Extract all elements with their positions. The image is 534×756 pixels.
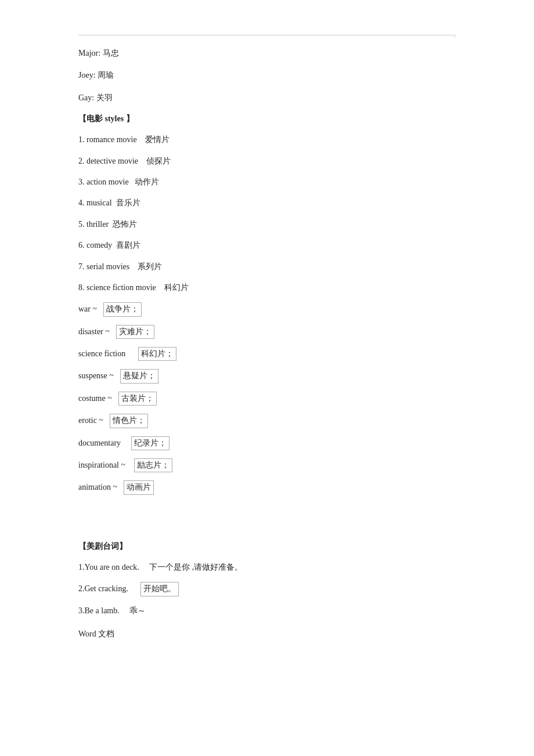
item-num-5: 5. bbox=[78, 220, 85, 229]
misc-zh-animation: 动画片 bbox=[124, 480, 154, 494]
misc-item-inspirational: inspirational ~ 励志片； bbox=[78, 458, 456, 472]
misc-en-costume: costume ~ bbox=[78, 394, 112, 403]
item-en-6: comedy bbox=[86, 241, 112, 249]
misc-zh-inspirational: 励志片； bbox=[134, 458, 172, 472]
misc-en-war: war ~ bbox=[78, 305, 97, 313]
movie-item-3: 3. action movie 动作片 bbox=[78, 176, 456, 189]
person-gay-label: Gay: bbox=[78, 93, 96, 102]
person-major-label: Major: bbox=[78, 49, 103, 57]
item-num-4: 4. bbox=[78, 198, 85, 207]
footer-text: Word 文档 bbox=[78, 629, 456, 639]
misc-en-documentary: documentary bbox=[78, 439, 121, 447]
misc-item-war: war ~ 战争片； bbox=[78, 302, 456, 316]
item-en-2: detective movie bbox=[86, 157, 138, 165]
misc-en-disaster: disaster ~ bbox=[78, 327, 110, 336]
item-num-6: 6. bbox=[78, 241, 85, 249]
item-en-5: thriller bbox=[86, 220, 109, 229]
item-zh-1: 爱情片 bbox=[145, 135, 169, 144]
item-en-4: musical bbox=[86, 198, 112, 207]
person-gay-name: 关羽 bbox=[96, 93, 113, 102]
item-zh-8: 科幻片 bbox=[164, 283, 189, 292]
misc-item-documentary: documentary 纪录片； bbox=[78, 436, 456, 450]
drama-num-3: 3. bbox=[78, 606, 85, 615]
misc-en-suspense: suspense ~ bbox=[78, 371, 114, 380]
drama-num-2: 2. bbox=[78, 584, 85, 593]
item-num-7: 7. bbox=[78, 262, 85, 271]
top-dot: . bbox=[454, 31, 456, 39]
misc-zh-costume: 古装片； bbox=[118, 392, 157, 406]
item-num-8: 8. bbox=[78, 283, 85, 292]
item-num-1: 1. bbox=[78, 135, 85, 144]
drama-en-2: Get cracking. bbox=[85, 584, 128, 593]
movie-item-4: 4. musical 音乐片 bbox=[78, 197, 456, 209]
item-en-8: science fiction movie bbox=[86, 283, 156, 292]
person-joey-label: Joey: bbox=[78, 71, 98, 79]
drama-header: 【美剧台词】 bbox=[78, 541, 456, 552]
drama-en-1: You are on deck. bbox=[85, 563, 139, 571]
item-zh-3: 动作片 bbox=[135, 178, 159, 186]
item-zh-2: 侦探片 bbox=[146, 157, 171, 165]
movie-item-7: 7. serial movies 系列片 bbox=[78, 261, 456, 273]
item-en-7: serial movies bbox=[86, 262, 129, 271]
misc-item-scifi: science fiction 科幻片； bbox=[78, 347, 456, 361]
item-zh-5: 恐怖片 bbox=[113, 220, 137, 229]
drama-zh-2: 开始吧。 bbox=[140, 582, 179, 596]
misc-zh-documentary: 纪录片； bbox=[131, 436, 169, 450]
misc-item-erotic: erotic ~ 情色片； bbox=[78, 414, 456, 428]
misc-zh-war: 战争片； bbox=[103, 302, 142, 316]
item-num-2: 2. bbox=[78, 157, 85, 165]
item-zh-6: 喜剧片 bbox=[116, 241, 140, 249]
misc-en-inspirational: inspirational ~ bbox=[78, 461, 125, 469]
misc-zh-disaster: 灾难片； bbox=[116, 325, 154, 339]
drama-line-3: 3.Be a lamb. 乖～ bbox=[78, 605, 456, 617]
drama-line-1: 1.You are on deck. 下一个是你 ,请做好准备。 bbox=[78, 561, 456, 574]
drama-num-1: 1. bbox=[78, 563, 85, 571]
movie-styles-header: 【电影 styles 】 bbox=[78, 114, 456, 124]
drama-zh-3: 乖～ bbox=[129, 606, 146, 615]
drama-zh-1: 下一个是你 ,请做好准备。 bbox=[149, 563, 243, 571]
misc-item-animation: animation ~ 动画片 bbox=[78, 480, 456, 494]
item-en-3: action movie bbox=[86, 178, 129, 186]
misc-item-costume: costume ~ 古装片； bbox=[78, 392, 456, 406]
misc-zh-suspense: 悬疑片； bbox=[120, 369, 158, 383]
person-joey-name: 周瑜 bbox=[98, 71, 114, 79]
movie-item-6: 6. comedy 喜剧片 bbox=[78, 239, 456, 252]
misc-zh-scifi: 科幻片； bbox=[138, 347, 176, 361]
movie-item-2: 2. detective movie 侦探片 bbox=[78, 155, 456, 168]
item-zh-7: 系列片 bbox=[138, 262, 162, 271]
drama-section: 【美剧台词】 1.You are on deck. 下一个是你 ,请做好准备。 … bbox=[78, 541, 456, 639]
item-num-3: 3. bbox=[78, 178, 85, 186]
movie-item-5: 5. thriller 恐怖片 bbox=[78, 218, 456, 231]
misc-item-disaster: disaster ~ 灾难片； bbox=[78, 325, 456, 339]
main-content: Major: 马忠 Joey: 周瑜 Gay: 关羽 【电影 styles 】 … bbox=[78, 47, 456, 639]
drama-line-2: 2.Get cracking. 开始吧。 bbox=[78, 582, 456, 596]
misc-item-suspense: suspense ~ 悬疑片； bbox=[78, 369, 456, 383]
movie-item-1: 1. romance movie 爱情片 bbox=[78, 133, 456, 146]
movie-item-8: 8. science fiction movie 科幻片 bbox=[78, 281, 456, 294]
misc-zh-erotic: 情色片； bbox=[110, 414, 148, 428]
person-joey: Joey: 周瑜 bbox=[78, 69, 456, 82]
drama-en-3: Be a lamb. bbox=[85, 606, 120, 615]
misc-en-scifi: science fiction bbox=[78, 349, 125, 358]
misc-en-erotic: erotic ~ bbox=[78, 416, 103, 425]
top-divider: . bbox=[78, 35, 456, 35]
item-zh-4: 音乐片 bbox=[116, 198, 140, 207]
person-gay: Gay: 关羽 bbox=[78, 92, 456, 104]
person-major: Major: 马忠 bbox=[78, 47, 456, 60]
item-en-1: romance movie bbox=[86, 135, 137, 144]
misc-en-animation: animation ~ bbox=[78, 483, 117, 491]
person-major-name: 马忠 bbox=[103, 49, 119, 57]
